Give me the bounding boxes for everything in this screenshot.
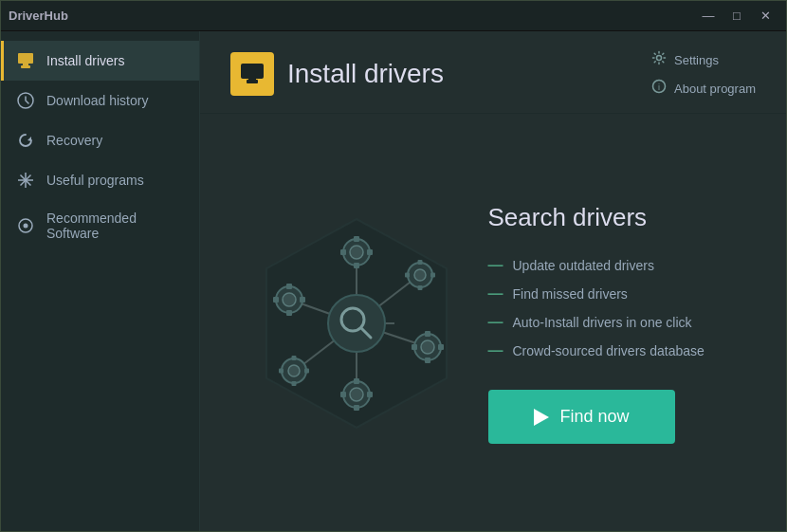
feature-dash-2: — — [488, 285, 503, 303]
useful-programs-icon — [16, 171, 35, 190]
svg-point-60 — [283, 293, 296, 306]
feature-item-1: — Update outdated drivers — [488, 257, 754, 274]
svg-rect-49 — [354, 378, 359, 384]
sidebar-install-label: Install drivers — [46, 53, 124, 68]
content-area: Install drivers Settings — [200, 31, 786, 532]
sidebar-download-label: Download history — [46, 93, 148, 108]
download-history-icon — [16, 91, 35, 110]
page-header: Install drivers Settings — [200, 31, 786, 114]
app-title: DriverHub — [9, 9, 68, 23]
svg-rect-44 — [425, 358, 430, 363]
svg-rect-39 — [430, 273, 435, 278]
svg-point-48 — [350, 388, 363, 401]
about-label: About program — [674, 82, 756, 96]
page-title: Install drivers — [287, 59, 444, 89]
close-button[interactable]: ✕ — [752, 6, 778, 27]
svg-rect-56 — [291, 381, 296, 386]
sidebar-recommended-label: Recommended Software — [46, 211, 184, 241]
header-title-area: Install drivers — [230, 52, 444, 96]
hex-graphic — [233, 200, 480, 447]
search-title: Search drivers — [488, 203, 754, 232]
svg-rect-45 — [438, 344, 444, 350]
window-controls: — □ ✕ — [695, 6, 778, 27]
svg-point-42 — [421, 340, 434, 354]
sidebar-useful-label: Useful programs — [46, 173, 144, 188]
sidebar-item-install-drivers[interactable]: Install drivers — [1, 41, 199, 81]
play-icon — [534, 409, 549, 426]
svg-point-10 — [24, 224, 28, 229]
svg-rect-46 — [412, 344, 417, 350]
svg-point-26 — [328, 295, 385, 352]
svg-rect-55 — [291, 356, 296, 360]
svg-rect-32 — [354, 263, 359, 268]
page-body: Search drivers — Update outdated drivers… — [200, 114, 786, 532]
feature-label-4: Crowd-sourced drivers database — [513, 343, 705, 358]
sidebar: Install drivers Download history Recover… — [1, 31, 200, 532]
svg-rect-1 — [21, 65, 30, 68]
sidebar-item-recovery[interactable]: Recovery — [1, 120, 199, 160]
header-actions: Settings i About program — [651, 48, 756, 100]
svg-rect-58 — [279, 369, 284, 374]
main-layout: Install drivers Download history Recover… — [1, 31, 786, 532]
maximize-button[interactable]: □ — [723, 6, 750, 27]
svg-rect-38 — [417, 285, 422, 290]
svg-rect-12 — [244, 66, 261, 76]
about-button[interactable]: i About program — [651, 77, 756, 100]
right-panel: Search drivers — Update outdated drivers… — [488, 203, 754, 444]
sidebar-item-download-history[interactable]: Download history — [1, 81, 199, 120]
settings-label: Settings — [674, 53, 719, 67]
titlebar: DriverHub — □ ✕ — [1, 1, 786, 31]
feature-list: — Update outdated drivers — Find missed … — [488, 257, 754, 359]
svg-rect-14 — [248, 79, 256, 81]
svg-point-15 — [657, 56, 662, 61]
feature-item-2: — Find missed drivers — [488, 285, 754, 303]
feature-dash-1: — — [488, 257, 503, 274]
svg-point-30 — [350, 246, 363, 259]
svg-rect-61 — [286, 284, 292, 289]
svg-rect-40 — [405, 273, 410, 278]
svg-point-36 — [414, 269, 426, 281]
settings-button[interactable]: Settings — [651, 48, 719, 71]
svg-rect-50 — [354, 405, 359, 411]
svg-rect-64 — [273, 297, 279, 303]
svg-rect-34 — [340, 249, 346, 255]
svg-rect-33 — [367, 249, 373, 255]
settings-icon — [651, 50, 667, 69]
svg-rect-0 — [18, 53, 33, 64]
feature-label-3: Auto-Install drivers in one click — [513, 315, 692, 330]
svg-rect-62 — [286, 310, 292, 316]
feature-item-3: — Auto-Install drivers in one click — [488, 314, 754, 331]
recovery-icon — [16, 131, 35, 150]
svg-text:i: i — [658, 83, 660, 92]
feature-item-4: — Crowd-sourced drivers database — [488, 342, 754, 359]
svg-rect-51 — [367, 392, 373, 397]
sidebar-item-useful-programs[interactable]: Useful programs — [1, 160, 199, 200]
svg-rect-52 — [340, 392, 346, 397]
sidebar-item-recommended-software[interactable]: Recommended Software — [1, 200, 199, 251]
header-icon-box — [230, 52, 274, 96]
svg-rect-2 — [23, 64, 28, 65]
feature-dash-3: — — [488, 314, 503, 331]
sidebar-recovery-label: Recovery — [46, 133, 102, 148]
svg-marker-4 — [27, 137, 31, 141]
svg-rect-57 — [304, 369, 309, 374]
find-now-button[interactable]: Find now — [488, 390, 675, 444]
svg-rect-63 — [300, 297, 305, 303]
recommended-icon — [16, 216, 35, 235]
svg-rect-31 — [354, 236, 359, 242]
svg-point-54 — [288, 365, 300, 376]
info-icon: i — [651, 79, 667, 98]
svg-rect-37 — [417, 260, 422, 265]
install-drivers-icon — [16, 51, 35, 70]
svg-rect-43 — [425, 331, 430, 337]
find-btn-label: Find now — [560, 407, 630, 427]
feature-dash-4: — — [488, 342, 503, 359]
minimize-button[interactable]: — — [695, 6, 722, 27]
feature-label-1: Update outdated drivers — [513, 258, 654, 273]
feature-label-2: Find missed drivers — [513, 286, 628, 302]
